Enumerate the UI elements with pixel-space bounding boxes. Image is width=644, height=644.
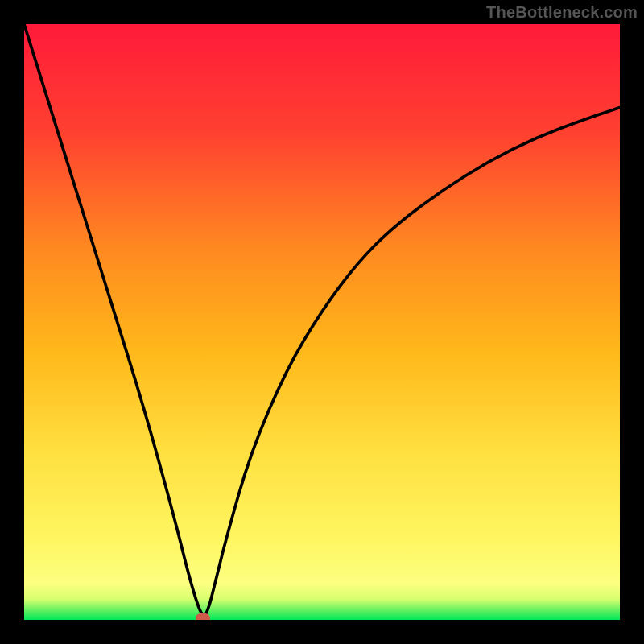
optimum-marker [196, 613, 210, 620]
watermark-text: TheBottleneck.com [486, 3, 638, 22]
chart-frame: TheBottleneck.com [0, 0, 644, 644]
bottleneck-curve [24, 24, 620, 620]
plot-area [24, 24, 620, 620]
